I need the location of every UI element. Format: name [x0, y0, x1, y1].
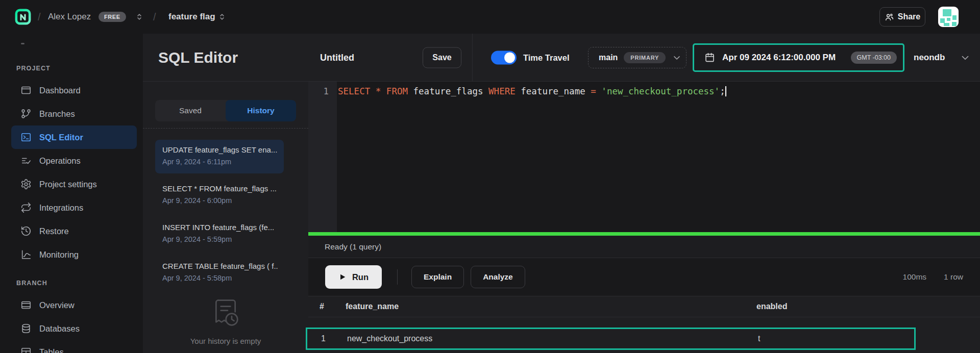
history-query: UPDATE feature_flags SET ena...: [162, 145, 278, 154]
results-table: #feature_nameenabled 1new_checkout_proce…: [308, 296, 980, 317]
sidebar-item-integrations[interactable]: Integrations: [11, 196, 137, 219]
run-label: Run: [352, 272, 369, 282]
query-actions: Run Explain Analyze 100ms 1 row: [308, 258, 980, 296]
feature-name-cell: new_checkout_process: [336, 334, 747, 343]
sidebar-item-dashboard[interactable]: Dashboard: [11, 79, 137, 102]
status-bar: Ready (1 query): [308, 236, 980, 258]
sidebar-item-databases[interactable]: Databases: [11, 317, 137, 340]
table-header: #feature_nameenabled: [308, 296, 980, 317]
sidebar-item-restore[interactable]: Restore: [11, 219, 137, 243]
branch-select[interactable]: main PRIMARY: [588, 47, 687, 68]
restore-icon: [20, 225, 32, 237]
history-date: Apr 9, 2024 - 6:11pm: [162, 158, 278, 166]
sql-code-line: SELECT * FROM feature_flags WHERE featur…: [338, 86, 726, 96]
chevron-down-icon: [672, 53, 682, 63]
row-count: 1 row: [944, 272, 963, 282]
chevron-down-icon: [960, 52, 971, 63]
monitoring-icon: [20, 249, 32, 260]
sidebar-item-overview[interactable]: Overview: [11, 293, 137, 317]
pane-splitter[interactable]: [308, 232, 980, 236]
sidebar-item-operations[interactable]: Operations: [11, 149, 137, 172]
database-name: neondb: [914, 53, 945, 63]
share-label: Share: [898, 12, 920, 21]
highlighted-row-annotation: 1new_checkout_processt: [306, 327, 916, 350]
account-selector-icon[interactable]: [135, 12, 144, 21]
sidebar-item-label: Operations: [39, 156, 81, 166]
editor-toolbar: Untitled Save Time Travel main PRIMARY A…: [308, 34, 980, 82]
sidebar-item-tables[interactable]: Tables: [11, 340, 137, 353]
sidebar-item-sql-editor[interactable]: SQL Editor: [11, 125, 137, 149]
explain-button[interactable]: Explain: [411, 266, 464, 288]
history-date: Apr 9, 2024 - 5:59pm: [162, 235, 278, 243]
run-button[interactable]: Run: [325, 265, 382, 289]
column-header-feature-name: feature_name: [334, 302, 745, 311]
primary-badge: PRIMARY: [624, 52, 666, 63]
sql-code-editor[interactable]: 1 SELECT * FROM feature_flags WHERE feat…: [308, 82, 980, 232]
breadcrumb-project[interactable]: feature flag: [168, 12, 215, 22]
editor-main: Untitled Save Time Travel main PRIMARY A…: [308, 34, 980, 353]
history-item[interactable]: UPDATE feature_flags SET ena...Apr 9, 20…: [155, 140, 284, 173]
table-row[interactable]: 1new_checkout_processt: [307, 329, 914, 348]
operations-icon: [20, 155, 32, 166]
sidebar-item-label: Restore: [39, 226, 69, 236]
history-item[interactable]: INSERT INTO feature_flags (fe...Apr 9, 2…: [155, 217, 284, 251]
sidebar-section-label: BRANCH: [16, 280, 143, 287]
time-travel-datetime-picker[interactable]: Apr 09 2024 6:12:00.000 PM GMT -03:00: [693, 43, 904, 72]
datetime-value: Apr 09 2024 6:12:00.000 PM: [722, 53, 836, 63]
breadcrumb-separator: /: [38, 11, 41, 23]
toggle-knob: [504, 52, 515, 63]
time-travel-toggle[interactable]: [491, 51, 517, 64]
analyze-button[interactable]: Analyze: [471, 266, 525, 288]
sidebar-section-branch: BRANCHOverviewDatabasesTables: [0, 280, 143, 353]
scroll-remnant: [21, 43, 24, 44]
sidebar-item-monitoring[interactable]: Monitoring: [11, 243, 137, 266]
sidebar-section-label: PROJECT: [16, 65, 143, 72]
branch-name: main: [599, 53, 618, 62]
save-button[interactable]: Save: [423, 47, 461, 68]
query-metrics: 100ms 1 row: [903, 272, 963, 282]
enabled-cell: t: [747, 334, 914, 343]
history-item[interactable]: SELECT * FROM feature_flags ...Apr 9, 20…: [155, 179, 284, 212]
dashboard-icon: [20, 85, 32, 96]
overview-icon: [20, 299, 32, 311]
history-query: CREATE TABLE feature_flags ( f...: [162, 262, 278, 270]
sidebar-item-label: Overview: [39, 300, 75, 310]
sidebar-item-label: SQL Editor: [39, 133, 83, 142]
sidebar-item-label: Tables: [39, 347, 64, 353]
history-query: SELECT * FROM feature_flags ...: [162, 184, 278, 193]
sidebar-item-project-settings[interactable]: Project settings: [11, 172, 137, 196]
sql-editor-icon: [20, 132, 32, 143]
row-index-cell: 1: [310, 334, 336, 343]
project-selector-icon[interactable]: [217, 12, 227, 21]
divider: [472, 34, 473, 82]
sidebar-item-label: Databases: [39, 324, 80, 334]
history-query: INSERT INTO feature_flags (fe...: [162, 223, 278, 232]
query-duration: 100ms: [903, 272, 927, 282]
tab-history[interactable]: History: [226, 100, 296, 121]
sql-editor-panel: SQL Editor Saved History UPDATE feature_…: [143, 34, 308, 353]
sidebar: PROJECTDashboardBranchesSQL EditorOperat…: [0, 34, 143, 353]
line-number-gutter: 1: [308, 82, 337, 232]
column-header--: #: [308, 302, 334, 311]
plan-badge: FREE: [99, 12, 126, 22]
timezone-badge: GMT -03:00: [851, 52, 897, 64]
users-icon: [885, 12, 894, 22]
sidebar-item-label: Monitoring: [39, 250, 79, 260]
breadcrumb-separator: /: [153, 11, 156, 23]
branches-icon: [20, 108, 32, 119]
sidebar-section-project: PROJECTDashboardBranchesSQL EditorOperat…: [0, 65, 143, 266]
status-text: Ready (1 query): [325, 242, 381, 251]
play-icon: [338, 273, 347, 281]
avatar[interactable]: [938, 7, 959, 27]
history-item[interactable]: CREATE TABLE feature_flags ( f...Apr 9, …: [155, 256, 284, 290]
sidebar-item-branches[interactable]: Branches: [11, 102, 137, 125]
breadcrumb-account[interactable]: Alex Lopez: [48, 12, 91, 22]
line-number: 1: [323, 86, 329, 96]
divider: [143, 128, 308, 129]
tab-saved[interactable]: Saved: [155, 100, 226, 121]
neon-logo-icon[interactable]: [15, 9, 31, 25]
settings-icon: [20, 179, 32, 190]
share-button[interactable]: Share: [879, 7, 925, 27]
tables-icon: [20, 346, 32, 353]
database-select[interactable]: neondb: [914, 52, 971, 63]
